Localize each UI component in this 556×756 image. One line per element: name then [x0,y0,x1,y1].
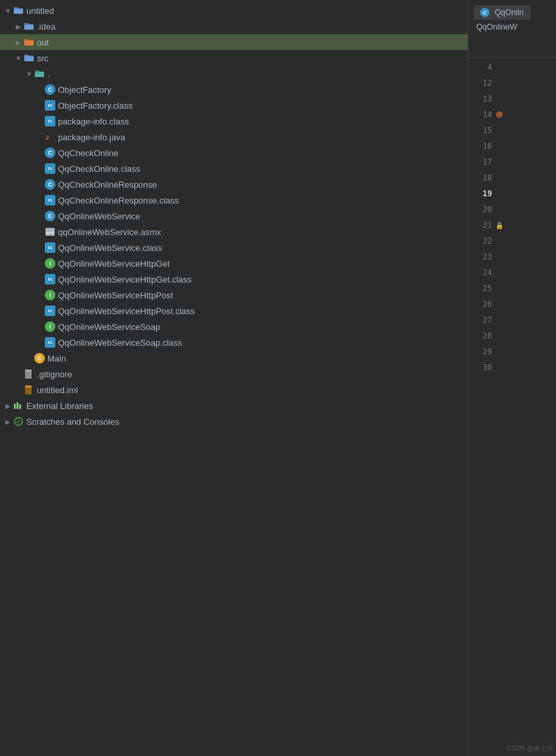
tree-item-ScratchesConsoles[interactable]: ⏱Scratches and Consoles [0,414,468,429]
tree-item-QqOnlineWebServiceSoap[interactable]: IQqOnlineWebServiceSoap [0,319,468,335]
folder-blue-icon [24,53,34,63]
arrow-root [3,5,13,16]
tree-item-src[interactable]: src [0,50,468,66]
tree-item-QqOnlineWebServiceHttpGet[interactable]: IQqOnlineWebServiceHttpGet [0,256,468,271]
tree-item-QqCheckOnline.class[interactable]: QqCheckOnline.class [0,161,468,176]
tree-item-QqOnlineWebServiceHttpGet.class[interactable]: QqOnlineWebServiceHttpGet.class [0,271,468,287]
class-file-icon [45,337,55,348]
label-QqOnlineWebServiceHttpPost: QqOnlineWebServiceHttpPost [58,290,173,300]
tree-item-QqOnlineWebServiceHttpPost.class[interactable]: QqOnlineWebServiceHttpPost.class [0,303,468,319]
class-c-blue-icon: C [45,211,55,221]
label-ObjectFactory: ObjectFactory [58,85,111,95]
svg-rect-8 [16,402,18,409]
tree-item-qqOnlineWebService.asmx[interactable]: asmxqqOnlineWebService.asmx [0,224,468,240]
line-num-21: 21 [474,221,492,230]
label-src: src [37,53,48,63]
breakpoint-icon [496,111,503,118]
label-ObjectFactory.class: ObjectFactory.class [58,101,132,111]
line-entry-22: 22 [468,233,556,249]
tree-item-idea[interactable]: .idea [0,18,468,34]
scratches-icon: ⏱ [13,416,24,427]
folder-blue-icon [13,5,24,16]
tree-item-QqCheckOnlineResponse[interactable]: CQqCheckOnlineResponse [0,176,468,192]
line-entry-13: 13 [468,91,556,107]
line-num-16: 16 [474,142,492,151]
tab-label: QqOnlin [495,8,524,17]
line-num-13: 13 [474,94,492,103]
label-root: untitled [26,6,54,16]
tree-item-Main[interactable]: CMain [0,350,468,366]
class-c-orange-icon: C [34,353,45,364]
folder-blue-icon [24,21,34,32]
tree-item-package-info.class[interactable]: package-info.class [0,113,468,129]
class-file-icon [45,116,55,126]
class-file-icon [45,195,55,205]
class-c-blue-icon: C [45,179,55,190]
label-QqOnlineWebServiceSoap: QqOnlineWebServiceSoap [58,322,160,332]
line-num-18: 18 [474,173,492,182]
label-QqCheckOnlineResponse: QqCheckOnlineResponse [58,180,157,190]
label-untitled.iml: untitled.iml [37,385,78,395]
label-.gitignore: .gitignore [37,369,72,379]
tree-item-QqCheckOnline[interactable]: CQqCheckOnline [0,145,468,161]
label-ExternalLibraries: External Libraries [26,401,93,411]
line-num-29: 29 [474,347,492,356]
class-file-icon [45,163,55,174]
gitignore-file-icon [24,369,34,379]
editor-tab-header: C QqOnlin QqOnlineW [468,0,556,58]
tree-item-untitled.iml[interactable]: untitled.iml [0,382,468,398]
line-entry-27: 27 [468,312,556,328]
tree-item-QqOnlineWebServiceHttpPost[interactable]: IQqOnlineWebServiceHttpPost [0,287,468,303]
tree-item-root[interactable]: untitled [0,3,468,18]
tree-item-QqOnlineWebServiceSoap.class[interactable]: QqOnlineWebServiceSoap.class [0,335,468,350]
tree-item-QqOnlineWebService.class[interactable]: QqOnlineWebService.class [0,240,468,256]
label-QqCheckOnline: QqCheckOnline [58,148,119,158]
tree-item-package-info.java[interactable]: Jpackage-info.java [0,129,468,145]
label-QqOnlineWebServiceSoap.class: QqOnlineWebServiceSoap.class [58,338,182,348]
line-entry-12: 12 [468,75,556,91]
label-pkg: . [47,69,50,79]
line-numbers-panel: C QqOnlin QqOnlineW 41213141516171819202… [468,0,556,756]
interface-i-green-icon: I [45,258,55,269]
arrow-pkg [24,68,34,79]
folder-orange-icon [24,37,34,47]
svg-text:J: J [45,134,49,141]
class-file-icon [45,100,55,111]
tree-item-QqOnlineWebService[interactable]: CQqOnlineWebService [0,208,468,224]
editor-filename: QqOnlineW [474,22,551,32]
arrow-ExternalLibraries [3,400,13,411]
tab-class-icon: C [480,8,489,17]
line-num-23: 23 [474,252,492,261]
class-c-blue-icon: C [45,148,55,158]
line-entry-19: 19 [468,186,556,202]
label-ScratchesConsoles: Scratches and Consoles [26,417,119,427]
label-Main: Main [47,354,66,364]
label-QqCheckOnlineResponse.class: QqCheckOnlineResponse.class [58,196,179,205]
label-package-info.class: package-info.class [58,117,129,126]
label-idea: .idea [37,22,55,32]
file-tree: untitled.ideaoutsrc.CObjectFactoryObject… [0,0,468,756]
active-tab[interactable]: C QqOnlin [474,5,530,20]
asmx-file-icon: asmx [45,227,55,237]
line-entry-20: 20 [468,202,556,217]
label-package-info.java: package-info.java [58,132,125,142]
label-QqOnlineWebServiceHttpGet: QqOnlineWebServiceHttpGet [58,259,170,269]
line-num-19: 19 [474,189,492,198]
tree-item-.gitignore[interactable]: .gitignore [0,366,468,382]
tree-item-pkg[interactable]: . [0,66,468,82]
label-QqOnlineWebService.class: QqOnlineWebService.class [58,243,162,253]
tree-item-ObjectFactory.class[interactable]: ObjectFactory.class [0,97,468,113]
interface-i-green-icon: I [45,321,55,332]
label-QqOnlineWebService: QqOnlineWebService [58,211,140,221]
line-entry-28: 28 [468,328,556,344]
tree-item-QqCheckOnlineResponse.class[interactable]: QqCheckOnlineResponse.class [0,192,468,208]
tree-item-ExternalLibraries[interactable]: External Libraries [0,398,468,414]
tree-item-out[interactable]: out [0,34,468,50]
tree-item-ObjectFactory[interactable]: CObjectFactory [0,82,468,97]
java-file-icon: J [45,132,55,142]
class-c-blue-icon: C [45,84,55,95]
class-file-icon [45,242,55,253]
line-entry-21: 21🔒 [468,217,556,233]
arrow-idea [13,21,24,32]
interface-i-green-icon: I [45,290,55,300]
